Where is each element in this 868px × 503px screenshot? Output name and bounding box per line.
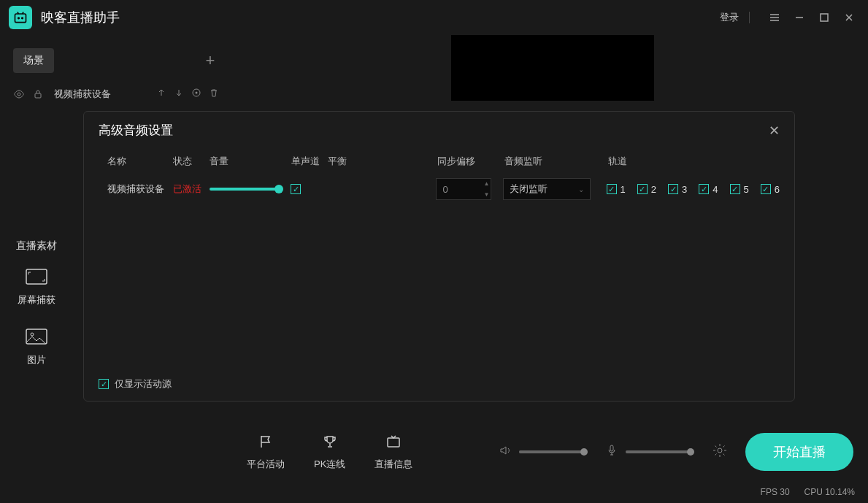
svg-point-7 [196,92,198,94]
col-sync: 同步偏移 [437,155,504,168]
advanced-audio-dialog: 高级音频设置 ✕ 名称 状态 音量 单声道 平衡 同步偏移 音频监听 轨道 视频… [83,111,795,402]
material-screen-capture[interactable]: 屏幕捕获 [0,267,73,307]
image-icon [25,327,48,346]
sync-down-button[interactable]: ▼ [481,189,491,200]
fps-display: FPS 30 [761,487,790,497]
svg-point-2 [21,17,23,19]
track-3-checkbox[interactable] [668,184,678,194]
title-bar: 映客直播助手 登录 [0,0,868,35]
track-6-checkbox[interactable] [761,184,771,194]
app-logo [9,6,32,29]
flag-icon [258,433,274,450]
active-only-label: 仅显示活动源 [115,377,172,391]
menu-button[interactable] [764,7,785,28]
col-balance: 平衡 [328,155,437,168]
row-volume-slider[interactable] [210,188,291,191]
svg-rect-0 [15,14,26,23]
pk-button[interactable]: PK连线 [314,433,345,471]
dialog-close-button[interactable]: ✕ [769,123,780,139]
maximize-button[interactable] [814,7,834,28]
material-image[interactable]: 图片 [0,327,73,366]
preview-canvas[interactable] [451,35,654,101]
svg-rect-8 [26,269,47,284]
add-scene-button[interactable]: + [201,51,219,70]
settings-icon[interactable] [191,88,201,101]
screen-capture-icon [25,267,48,286]
materials-title: 直播素材 [0,239,73,253]
move-down-icon[interactable] [174,88,184,101]
row-status: 已激活 [173,183,210,196]
active-only-checkbox[interactable] [99,379,109,389]
col-volume: 音量 [210,155,291,168]
svg-rect-11 [388,438,399,447]
trophy-icon [322,433,338,450]
track-2-checkbox[interactable] [637,184,648,194]
delete-icon[interactable] [209,88,219,101]
lock-icon[interactable] [32,89,44,99]
dialog-columns: 名称 状态 音量 单声道 平衡 同步偏移 音频监听 轨道 [84,149,794,168]
platform-activity-button[interactable]: 平台活动 [247,433,285,471]
mic-volume[interactable] [605,444,691,460]
col-name: 名称 [107,155,173,168]
mic-slider[interactable] [626,450,691,453]
login-button[interactable]: 登录 [720,11,739,24]
settings-button[interactable] [712,442,728,461]
chevron-down-icon: ⌄ [578,185,584,193]
svg-rect-3 [821,14,828,21]
divider [749,12,750,23]
visibility-icon[interactable] [13,88,25,100]
svg-point-10 [31,333,34,336]
move-up-icon[interactable] [156,88,166,101]
svg-point-13 [718,448,722,453]
materials-panel: 直播素材 屏幕捕获 图片 [0,239,73,387]
start-stream-button[interactable]: 开始直播 [745,433,853,471]
svg-point-1 [18,17,20,19]
track-1-checkbox[interactable] [607,184,617,194]
scene-badge[interactable]: 场景 [13,48,54,73]
source-row[interactable]: 视频捕获设备 [0,82,232,107]
mic-icon [605,444,618,460]
cpu-display: CPU 10.14% [804,487,855,497]
col-mono: 单声道 [291,155,328,168]
minimize-button[interactable] [789,7,810,28]
dialog-title: 高级音频设置 [99,122,173,139]
status-bar: FPS 30 CPU 10.14% [0,481,868,503]
source-name: 视频捕获设备 [54,88,149,101]
speaker-icon [499,444,512,460]
sync-up-button[interactable]: ▲ [481,178,491,189]
svg-rect-12 [610,445,613,451]
stream-info-button[interactable]: 直播信息 [375,433,412,471]
col-track: 轨道 [608,155,627,168]
track-4-checkbox[interactable] [699,184,709,194]
svg-point-4 [18,93,20,96]
track-checkboxes: 1 2 3 4 5 6 [607,184,780,195]
speaker-volume[interactable] [499,444,585,460]
speaker-slider[interactable] [519,450,585,453]
row-name: 视频捕获设备 [107,183,173,196]
tv-icon [385,433,402,450]
app-title: 映客直播助手 [41,9,120,26]
svg-rect-5 [35,93,41,98]
track-5-checkbox[interactable] [730,184,740,194]
monitor-select[interactable]: 关闭监听 ⌄ [503,178,591,200]
col-monitor: 音频监听 [504,155,608,168]
mono-checkbox[interactable] [291,184,301,194]
audio-source-row: 视频捕获设备 已激活 ▲ ▼ 关闭监听 ⌄ 1 2 3 4 [84,168,794,200]
close-button[interactable] [839,7,859,28]
col-status: 状态 [173,155,210,168]
bottom-toolbar: 平台活动 PK连线 直播信息 开始直播 [232,423,868,481]
